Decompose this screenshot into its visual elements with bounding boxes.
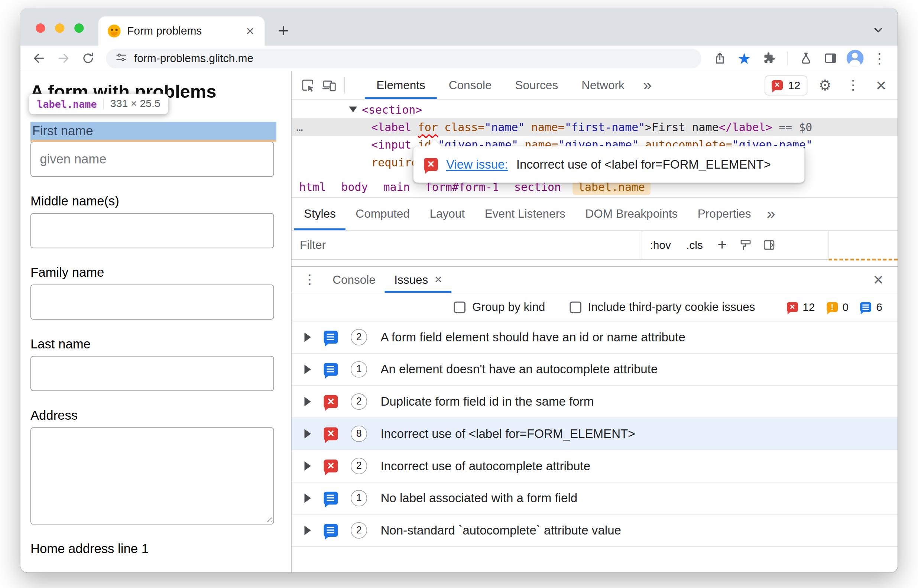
drawer-tab-console[interactable]: Console [323,267,385,293]
tab-strip: Form problems × + [21,8,897,46]
address-bar[interactable]: form-problems.glitch.me [106,48,701,68]
expand-caret-icon[interactable] [305,461,311,471]
expand-caret-icon[interactable] [305,526,311,535]
device-toolbar-icon[interactable] [318,75,339,96]
third-party-toggle[interactable]: Include third-party cookie issues [569,300,755,313]
minimize-button[interactable] [55,23,64,33]
issue-title: An element doesn't have an autocomplete … [380,362,658,376]
drawer-tab-issues[interactable]: Issues × [385,267,451,293]
issue-count-badge: 2 [351,458,367,474]
message-counter: 6 [876,300,882,313]
error-icon [787,302,798,312]
tab-dom-breakpoints[interactable]: DOM Breakpoints [575,198,688,230]
tab-console[interactable]: Console [437,71,503,99]
address-label: Address [31,407,291,424]
issue-counters: 12 0 6 [780,300,882,313]
expand-caret-icon[interactable] [305,494,311,503]
tab-favicon-icon [108,24,121,37]
toggle-class-button[interactable]: .cls [678,239,710,252]
back-button[interactable] [27,47,50,69]
issue-row[interactable]: 2 A form field element should have an id… [292,321,897,354]
error-icon [324,459,338,472]
tab-properties[interactable]: Properties [688,198,761,230]
profile-avatar[interactable] [844,47,866,69]
issue-row[interactable]: 1 No label associated with a form field [292,483,897,515]
issue-row[interactable]: 2 Duplicate form field id in the same fo… [292,386,897,418]
section-tag: <section> [362,103,422,116]
expand-caret-icon[interactable] [305,429,311,438]
tab-layout[interactable]: Layout [420,198,475,230]
devtools-menu-kebab-icon[interactable]: ⋮ [843,75,864,96]
issue-row[interactable]: 1 An element doesn't have an autocomplet… [292,354,897,386]
last-name-input[interactable] [31,356,274,391]
tab-computed[interactable]: Computed [346,198,420,230]
url-text: form-problems.glitch.me [134,52,254,65]
first-name-input[interactable] [31,142,274,177]
tab-sources[interactable]: Sources [503,71,570,99]
settings-gear-icon[interactable]: ⚙ [815,75,836,96]
issue-count-badge: 1 [351,490,367,506]
toggle-hover-state-button[interactable]: :hov [642,239,679,252]
devtools-close-icon[interactable]: × [871,75,892,96]
issue-row-selected[interactable]: 8 Incorrect use of <label for=FORM_ELEME… [292,418,897,450]
toolbar-divider [344,77,345,93]
new-tab-button[interactable]: + [272,19,295,42]
drawer-close-icon[interactable]: × [864,271,893,289]
computed-sidebar-toggle-icon[interactable] [759,235,779,255]
browser-window: Form problems × + form-prob [21,8,897,572]
tab-close-icon[interactable]: × [245,24,255,38]
browser-menu-kebab-icon[interactable]: ⋮ [868,47,891,69]
expand-caret-icon[interactable] [305,365,311,374]
tab-search-chevron-icon[interactable] [872,23,885,39]
more-tabs-chevron-icon[interactable]: » [636,71,659,99]
middle-name-input[interactable] [31,213,274,249]
collapse-caret-icon[interactable] [349,107,357,113]
third-party-checkbox[interactable] [569,301,582,313]
tab-elements[interactable]: Elements [365,71,437,99]
message-icon [324,363,338,376]
webpage-viewport: label.name 331 × 25.5 A form with proble… [21,71,291,572]
inspect-element-icon[interactable] [297,75,319,96]
dom-node-label-selected[interactable]: … <labelforclass="name"name="first-name"… [292,118,897,136]
issue-count-badge: 1 [351,361,367,377]
new-style-rule-plus-icon[interactable]: + [710,236,734,254]
address-textarea[interactable] [31,427,274,525]
tab-event-listeners[interactable]: Event Listeners [475,198,575,230]
issues-toolbar: Group by kind Include third-party cookie… [292,294,897,321]
extensions-puzzle-icon[interactable] [758,47,780,69]
bookmark-star-icon[interactable]: ★ [733,47,755,69]
issue-title: Duplicate form field id in the same form [380,394,594,409]
breadcrumb-main[interactable]: main [383,180,410,193]
issues-tab-close-icon[interactable]: × [435,273,442,286]
more-style-tabs-chevron-icon[interactable]: » [761,205,781,223]
breadcrumb-html[interactable]: html [299,180,326,193]
share-icon[interactable] [708,47,731,69]
view-issue-link[interactable]: View issue: [446,157,508,171]
rendering-emulation-icon[interactable] [735,235,756,255]
breadcrumb-body[interactable]: body [341,180,368,193]
expand-caret-icon[interactable] [305,333,311,342]
site-settings-icon[interactable] [115,51,127,65]
experiments-flask-icon[interactable] [795,47,817,69]
side-panel-icon[interactable] [819,47,842,69]
dom-node-section[interactable]: <section> [292,101,897,118]
forward-button[interactable] [52,47,74,69]
tab-styles[interactable]: Styles [294,198,346,230]
maximize-button[interactable] [74,23,84,33]
issue-row[interactable]: 2 Incorrect use of autocomplete attribut… [292,450,897,483]
expand-caret-icon[interactable] [305,397,311,406]
drawer-menu-kebab-icon[interactable]: ⋮ [296,273,323,286]
close-button[interactable] [36,23,45,33]
dom-ref-hint: == $0 [779,121,812,134]
node-options-dots[interactable]: … [296,118,304,136]
styles-filter-input[interactable] [292,231,642,259]
group-by-kind-toggle[interactable]: Group by kind [454,300,545,313]
tab-network[interactable]: Network [570,71,637,99]
issue-row[interactable]: 2 Non-standard `autocomplete` attribute … [292,514,897,547]
issues-count-badge[interactable]: 12 [764,75,807,95]
browser-tab[interactable]: Form problems × [99,16,265,46]
group-by-kind-checkbox[interactable] [454,301,466,313]
reload-button[interactable] [76,47,99,69]
family-name-input[interactable] [31,284,274,320]
issues-list: 2 A form field element should have an id… [292,321,897,572]
